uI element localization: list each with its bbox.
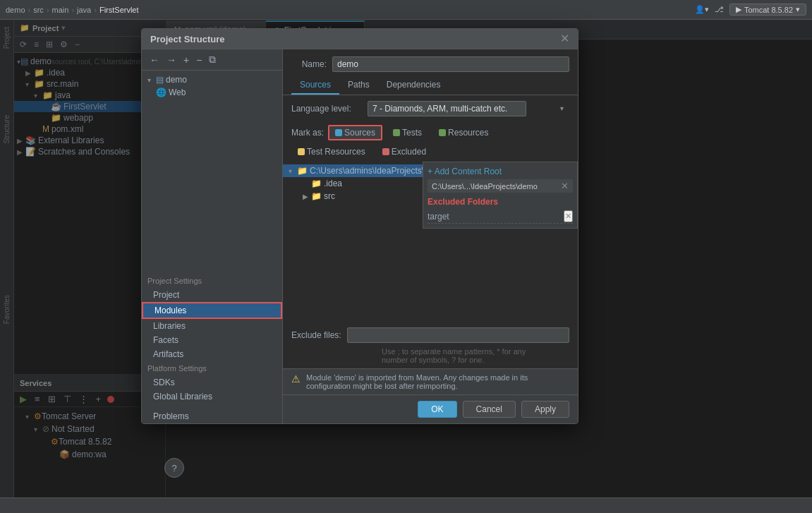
breadcrumb: demo › src › main › java › FirstServlet xyxy=(6,6,695,14)
dialog-left-panel: ← → + − ⧉ ▾ ▤ demo 🌐 Web xyxy=(142,49,283,423)
dlg-nav-global-libs[interactable]: Global Libraries xyxy=(142,390,282,404)
warning-icon: ⚠ xyxy=(291,373,301,385)
mark-as-row: Mark as: Sources Tests Resources xyxy=(283,122,578,162)
breadcrumb-sep3: › xyxy=(71,6,74,14)
breadcrumb-demo[interactable]: demo xyxy=(6,6,25,14)
tomcat-arrow-icon: ▾ xyxy=(796,5,800,14)
dialog-tab-sources[interactable]: Sources xyxy=(291,76,339,95)
mark-btn-tests-label: Tests xyxy=(402,128,422,138)
excluded-folders-label: Excluded Folders xyxy=(428,197,573,207)
dlg-add-button[interactable]: + xyxy=(181,53,191,67)
mark-as-label: Mark as: xyxy=(291,128,324,138)
excluded-dot-icon xyxy=(382,148,389,155)
dlg-nav-label-artifacts: Artifacts xyxy=(153,349,183,359)
exclude-input[interactable] xyxy=(347,327,569,343)
dialog-title-bar: Project Structure ✕ xyxy=(142,29,578,49)
test-resources-dot-icon xyxy=(298,148,305,155)
branch-icon[interactable]: ⎇ xyxy=(715,5,724,14)
content-root-path-label: C:\Users\...\IdeaProjects\demo xyxy=(432,182,538,191)
tomcat-icon: ▶ xyxy=(736,5,741,14)
breadcrumb-src[interactable]: src xyxy=(33,6,44,14)
dialog-tab-paths[interactable]: Paths xyxy=(339,76,378,95)
dlg-nav-label-facets: Facets xyxy=(153,335,178,345)
dialog-close-button[interactable]: ✕ xyxy=(560,33,569,44)
dlg-nav-label-sdks: SDKs xyxy=(153,378,175,387)
dlg-nav-label-libraries: Libraries xyxy=(153,321,186,331)
excluded-target-remove-button[interactable]: ✕ xyxy=(564,210,573,222)
add-content-root-button[interactable]: + Add Content Root xyxy=(428,167,573,176)
help-button[interactable]: ? xyxy=(164,458,184,478)
dlg-nav-facets[interactable]: Facets xyxy=(142,333,282,347)
dlg-nav-label-problems: Problems xyxy=(153,411,189,421)
dlg-section-platform-settings: Platform Settings xyxy=(142,361,282,375)
lang-label: Language level: xyxy=(291,104,362,114)
title-actions: 👤▾ ⎇ ▶ Tomcat 8.5.82 ▾ xyxy=(695,4,806,16)
mark-btn-tests[interactable]: Tests xyxy=(387,126,428,140)
cancel-button[interactable]: Cancel xyxy=(463,401,516,418)
tomcat-label: Tomcat 8.5.82 xyxy=(744,6,793,14)
root-folder-icon: 📁 xyxy=(297,166,308,176)
dialog-module-tree: ▾ ▤ demo 🌐 Web xyxy=(142,71,282,274)
content-root-path: C:\Users\...\IdeaProjects\demo ✕ xyxy=(428,179,573,193)
mark-btn-resources[interactable]: Resources xyxy=(432,126,495,140)
dlg-section-project-settings: Project Settings xyxy=(142,274,282,288)
content-root-remove-button[interactable]: ✕ xyxy=(561,181,569,191)
dlg-nav-label-modules: Modules xyxy=(154,306,186,315)
dlg-tree-item-demo[interactable]: ▾ ▤ demo xyxy=(142,73,282,86)
mark-btn-sources-label: Sources xyxy=(344,128,375,138)
dlg-back-button[interactable]: ← xyxy=(147,53,162,67)
name-row: Name: xyxy=(283,49,578,76)
dlg-remove-button[interactable]: − xyxy=(194,53,204,67)
dlg-tree-label-web: Web xyxy=(169,87,186,97)
dialog-tab-dependencies[interactable]: Dependencies xyxy=(378,76,449,95)
lang-select[interactable]: 7 - Diamonds, ARM, multi-catch etc. xyxy=(368,101,526,116)
exclude-label: Exclude files: xyxy=(291,330,341,340)
dlg-nav-problems[interactable]: Problems xyxy=(142,409,282,423)
excluded-target-label: target xyxy=(428,212,449,222)
name-input[interactable] xyxy=(332,56,569,72)
breadcrumb-sep2: › xyxy=(47,6,49,14)
warning-text: Module 'demo' is imported from Maven. An… xyxy=(306,373,569,390)
dlg-copy-button[interactable]: ⧉ xyxy=(207,52,218,67)
dialog-left-toolbar: ← → + − ⧉ xyxy=(142,49,282,71)
dlg-nav-artifacts[interactable]: Artifacts xyxy=(142,347,282,361)
breadcrumb-main[interactable]: main xyxy=(52,6,69,14)
dlg-nav-label-global-libs: Global Libraries xyxy=(153,392,212,402)
mark-btn-test-resources[interactable]: Test Resources xyxy=(291,145,372,159)
exclude-hint: Use ; to separate name patterns, * for a… xyxy=(283,347,578,368)
excluded-target-item: target ✕ xyxy=(428,210,573,224)
dlg-nav-modules[interactable]: Modules xyxy=(142,302,282,319)
dlg-nav-sdks[interactable]: SDKs xyxy=(142,375,282,390)
lang-row: Language level: 7 - Diamonds, ARM, multi… xyxy=(283,95,578,122)
dft-label-idea: .idea xyxy=(324,179,342,188)
dlg-forward-button[interactable]: → xyxy=(164,53,178,67)
dlg-web-icon: 🌐 xyxy=(156,87,166,97)
mark-btn-excluded[interactable]: Excluded xyxy=(376,145,432,159)
dlg-nav-project[interactable]: Project xyxy=(142,288,282,302)
file-tree-area: ▾ 📁 C:\Users\admins\IdeaProjects\demo 📁 … xyxy=(283,162,578,323)
mark-btn-test-resources-label: Test Resources xyxy=(307,147,365,157)
breadcrumb-sep4: › xyxy=(94,6,97,14)
dlg-nav-libraries[interactable]: Libraries xyxy=(142,319,282,333)
dlg-nav-label-project: Project xyxy=(153,290,179,300)
breadcrumb-java[interactable]: java xyxy=(77,6,91,14)
mark-btn-excluded-label: Excluded xyxy=(392,147,426,157)
tomcat-badge[interactable]: ▶ Tomcat 8.5.82 ▾ xyxy=(729,4,806,16)
dlg-tree-item-web[interactable]: 🌐 Web xyxy=(142,86,282,99)
dialog-tab-sources-label: Sources xyxy=(300,80,331,90)
mark-btn-sources[interactable]: Sources xyxy=(328,125,382,140)
dialog-footer: OK Cancel Apply xyxy=(283,394,578,423)
user-icon[interactable]: 👤▾ xyxy=(695,5,709,14)
dialog-tabs: Sources Paths Dependencies xyxy=(283,76,578,95)
breadcrumb-current: FirstServlet xyxy=(99,6,139,14)
tests-dot-icon xyxy=(393,129,400,136)
dft-label-src: src xyxy=(324,191,335,201)
ok-button[interactable]: OK xyxy=(418,401,456,418)
sources-dot-icon xyxy=(335,129,342,136)
dialog-tab-paths-label: Paths xyxy=(348,80,370,90)
apply-button[interactable]: Apply xyxy=(521,401,569,418)
mark-btn-resources-label: Resources xyxy=(448,128,488,138)
dlg-module-icon: ▤ xyxy=(156,75,164,85)
exclude-row: Exclude files: xyxy=(283,323,578,347)
project-structure-dialog: Project Structure ✕ ← → + − ⧉ ▾ ▤ demo xyxy=(141,28,578,424)
